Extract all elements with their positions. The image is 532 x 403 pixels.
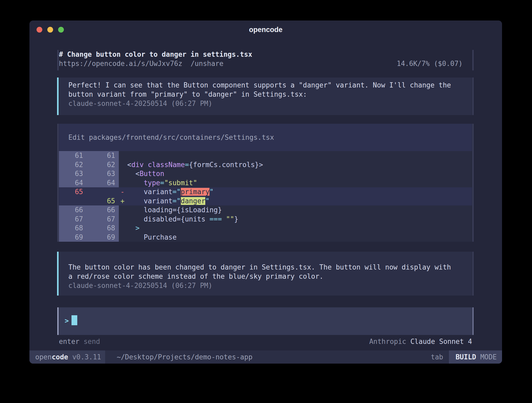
send-hint: enter send bbox=[59, 337, 100, 346]
diff-row: 6868 > bbox=[59, 224, 472, 233]
close-button[interactable] bbox=[37, 27, 42, 33]
assistant-message-1: Perfect! I can see that the Button compo… bbox=[59, 78, 472, 115]
share-url: https://opencode.ai/s/UwJxv76z bbox=[59, 60, 182, 68]
mode-chip[interactable]: BUILD MODE bbox=[450, 350, 502, 364]
diff-row: 6969 Purchase bbox=[59, 233, 472, 242]
hint-row: enter send Anthropic Claude Sonnet 4 bbox=[59, 337, 472, 346]
model-name: Claude Sonnet 4 bbox=[410, 338, 472, 345]
diff-rows: 61616262<div className={formCs.controls}… bbox=[59, 151, 472, 242]
unshare-command: /unshare bbox=[191, 60, 223, 68]
traffic-lights bbox=[37, 27, 64, 33]
model-indicator: Anthropic Claude Sonnet 4 bbox=[369, 337, 472, 346]
diff-row: 6464 type="submit" bbox=[59, 178, 472, 188]
text-cursor bbox=[71, 315, 77, 325]
message-line: The button color has been changed to dan… bbox=[59, 263, 472, 272]
diff-row: 65- variant="primary" bbox=[59, 187, 472, 197]
mode-label-secondary: MODE bbox=[476, 353, 497, 361]
session-title: # Change button color to danger in setti… bbox=[59, 50, 472, 59]
window-title: opencode bbox=[249, 26, 283, 34]
app-version-chip: opencode v0.3.11 bbox=[29, 350, 105, 364]
edit-file-path: Edit packages/frontend/src/containers/Se… bbox=[59, 124, 472, 151]
edit-tool-card: Edit packages/frontend/src/containers/Se… bbox=[59, 124, 472, 242]
send-action-hint: send bbox=[79, 338, 100, 345]
provider-name: Anthropic bbox=[369, 338, 411, 345]
model-meta: claude-sonnet-4-20250514 (06:27 PM) bbox=[59, 281, 472, 290]
diff-row: 6161 bbox=[59, 151, 472, 160]
model-meta: claude-sonnet-4-20250514 (06:27 PM) bbox=[59, 99, 472, 108]
assistant-message-2: The button color has been changed to dan… bbox=[59, 252, 472, 296]
title-bar: opencode bbox=[29, 20, 502, 39]
minimize-button[interactable] bbox=[47, 27, 53, 33]
diff-row: 6363 <Button bbox=[59, 169, 472, 178]
prompt-input[interactable]: > bbox=[59, 307, 472, 335]
message-line: button variant from "primary" to "danger… bbox=[59, 90, 472, 99]
app-name-code: code bbox=[52, 353, 68, 361]
message-line: Perfect! I can see that the Button compo… bbox=[59, 81, 472, 90]
mode-label-primary: BUILD bbox=[456, 353, 476, 361]
diff-row: 6262<div className={formCs.controls}> bbox=[59, 160, 472, 169]
session-url-row: https://opencode.ai/s/UwJxv76z /unshare bbox=[59, 59, 223, 68]
terminal-window: opencode # Change button color to danger… bbox=[29, 20, 502, 364]
prompt-symbol: > bbox=[65, 317, 69, 325]
token-usage: 14.6K/7% ($0.07) bbox=[397, 59, 472, 68]
zoom-button[interactable] bbox=[58, 27, 64, 33]
working-directory: ~/Desktop/Projects/demo-notes-app bbox=[105, 350, 253, 364]
status-bar: opencode v0.3.11 ~/Desktop/Projects/demo… bbox=[29, 350, 502, 364]
diff-row: 6767 disabled={units === ""} bbox=[59, 215, 472, 224]
tab-key-hint: tab bbox=[431, 350, 449, 364]
enter-key-hint: enter bbox=[59, 338, 79, 345]
content-column: # Change button color to danger in setti… bbox=[59, 39, 472, 346]
screen: opencode # Change button color to danger… bbox=[0, 0, 532, 403]
app-version: v0.3.11 bbox=[68, 353, 101, 361]
session-header: # Change button color to danger in setti… bbox=[59, 50, 472, 70]
url-gap bbox=[182, 60, 191, 68]
app-name-open: open bbox=[35, 353, 52, 361]
statusbar-spacer bbox=[253, 350, 431, 364]
session-subrow: https://opencode.ai/s/UwJxv76z /unshare … bbox=[59, 59, 472, 68]
diff-row: 6666 loading={isLoading} bbox=[59, 205, 472, 215]
message-line: a red/rose color scheme instead of the b… bbox=[59, 272, 472, 281]
diff-row: 65+ variant="danger" bbox=[59, 197, 472, 206]
